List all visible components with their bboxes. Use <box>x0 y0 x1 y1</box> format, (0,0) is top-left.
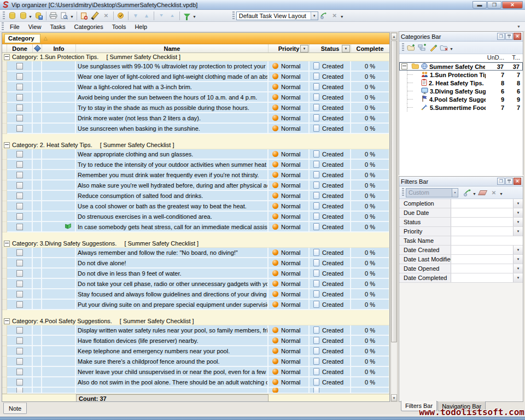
task-row[interactable]: Try to stay in the shade as much as poss… <box>2 103 389 113</box>
apply-filter-icon[interactable] <box>462 188 472 197</box>
panel-pin-icon[interactable] <box>505 33 513 40</box>
move-bottom-icon[interactable]: ⯆ <box>156 11 166 21</box>
status-filter-dropdown-icon[interactable]: ▼ <box>342 45 350 52</box>
column-info[interactable]: Info <box>42 44 76 52</box>
move-down-icon[interactable]: ▼ <box>131 11 141 21</box>
category-tree-item[interactable]: 2. Heat Safety Tips.88 <box>399 79 523 87</box>
scrollbar-thumb[interactable] <box>391 40 397 342</box>
task-name-cell[interactable]: Try to stay in the shade as much as poss… <box>76 103 269 113</box>
panel-restore-icon[interactable]: ❐ <box>497 33 505 40</box>
task-name-cell[interactable]: Do not dive in less than 9 feet of water… <box>76 269 269 279</box>
done-checkbox[interactable] <box>16 224 23 230</box>
filter-value-input[interactable] <box>451 227 513 236</box>
task-name-cell[interactable]: In case somebody gets heat stress, call … <box>76 222 269 232</box>
done-checkbox[interactable] <box>16 301 23 308</box>
task-name-cell[interactable]: Remember you must drink water frequently… <box>76 170 269 180</box>
filter-preset-combobox[interactable]: Custom ▼ <box>406 188 458 197</box>
menu-tasks[interactable]: Tasks <box>45 23 69 31</box>
close-button[interactable]: ✕ <box>502 1 523 9</box>
category-tree-item[interactable]: 4.Pool Safety Suggestions.99 <box>399 95 523 103</box>
category-tree-root[interactable]: Summer Safety Checklist3737 <box>399 62 523 71</box>
filter-icon[interactable] <box>182 11 192 21</box>
done-checkbox[interactable] <box>16 327 23 334</box>
task-name-cell[interactable]: Use sunscreen when basking in the sunshi… <box>76 124 269 134</box>
filter-value-input[interactable] <box>451 255 513 264</box>
category-tree-item[interactable]: 3.Diving Safety Suggestions.66 <box>399 87 523 95</box>
task-name-cell[interactable]: Wear appropriate clothing and sun glasse… <box>76 149 269 160</box>
minimize-button[interactable]: ▬ <box>472 1 487 9</box>
column-name[interactable]: Name <box>76 44 269 52</box>
done-checkbox[interactable] <box>16 260 23 266</box>
edit-category-icon[interactable] <box>428 43 439 52</box>
panel-close-icon[interactable]: ✕ <box>514 33 521 40</box>
collapse-icon[interactable] <box>4 54 10 60</box>
task-name-cell[interactable]: Use sunglasses with 99-100 % ultraviolet… <box>76 61 269 72</box>
task-row[interactable]: Wear one layer of light-colored and ligh… <box>2 72 389 82</box>
clear-filter-icon[interactable] <box>477 188 488 197</box>
open-database-dropdown-icon[interactable]: ▼ <box>28 15 32 19</box>
task-row[interactable]: Always remember and follow the rule: "No… <box>2 248 389 258</box>
done-checkbox[interactable] <box>16 291 23 298</box>
task-name-cell[interactable]: Do not take your cell phase, radio or ot… <box>76 279 269 289</box>
task-name-cell[interactable]: Put your diving suite on and prepare spe… <box>76 300 269 310</box>
collapse-icon[interactable] <box>4 318 10 324</box>
filter-value-input[interactable] <box>451 199 513 208</box>
layout-combobox[interactable]: Default Task View Layout ▼ <box>236 11 318 20</box>
task-row[interactable]: Wear appropriate clothing and sun glasse… <box>2 149 389 160</box>
collapse-icon[interactable] <box>4 142 10 148</box>
task-row[interactable]: Use sunglasses with 99-100 % ultraviolet… <box>2 61 389 72</box>
done-checkbox[interactable] <box>16 94 23 101</box>
edit-task-icon[interactable] <box>90 11 100 21</box>
menu-categories[interactable]: Categories <box>70 23 108 31</box>
done-checkbox[interactable] <box>16 104 23 111</box>
task-row[interactable]: Display written water safety rules near … <box>2 325 389 336</box>
task-name-cell[interactable]: Do not dive alone! <box>76 258 269 269</box>
task-name-cell[interactable]: Use a cool shower or bath as the greates… <box>76 201 269 212</box>
task-row[interactable]: Wear a light-colored hat with a 3-inch b… <box>2 82 389 92</box>
new-subcategory-icon[interactable] <box>417 43 428 52</box>
task-row[interactable]: Also do not swim in the pool alone. Ther… <box>2 377 389 388</box>
task-row[interactable]: Stay focused and always follow guideline… <box>2 289 389 300</box>
category-group-row[interactable]: Category: 2. Heat Safety Tips.[ Summer S… <box>2 141 389 149</box>
task-row[interactable]: Do not take your cell phase, radio or ot… <box>2 279 389 289</box>
grid-vertical-scrollbar[interactable]: ▲ ▼ <box>390 32 398 402</box>
task-row[interactable]: Put your diving suite on and prepare spe… <box>2 300 389 310</box>
done-checkbox[interactable] <box>16 115 23 121</box>
task-name-cell[interactable]: Avoid being under the sun between the ho… <box>76 92 269 103</box>
done-checkbox[interactable] <box>16 249 23 256</box>
filter-dropdown-icon[interactable]: ▼ <box>513 199 523 208</box>
apply-filter-dropdown-icon[interactable]: ▼ <box>472 192 476 196</box>
task-row[interactable]: Have flotation devices (life preserver) … <box>2 336 389 346</box>
category-tree-item[interactable]: 1.Sun Protection Tips.77 <box>399 71 523 79</box>
print-preview-icon[interactable] <box>60 11 69 21</box>
delete-category-icon[interactable] <box>439 43 450 52</box>
task-row[interactable]: Make sure there's a childproof fence aro… <box>2 357 389 367</box>
task-row[interactable]: Avoid being under the sun between the ho… <box>2 92 389 103</box>
layout-dropdown-icon[interactable]: ▼ <box>340 15 344 19</box>
category-group-row[interactable]: Category: 1.Sun Protection Tips.[ Summer… <box>2 53 389 61</box>
filter-preset-dropdown-icon[interactable]: ▼ <box>452 189 458 197</box>
done-checkbox[interactable] <box>16 337 23 344</box>
restore-button[interactable]: ❐ <box>487 1 501 9</box>
done-checkbox[interactable] <box>16 358 23 365</box>
task-name-cell[interactable]: Wear one layer of light-colored and ligh… <box>76 72 269 82</box>
delete-task-icon[interactable]: ✕ <box>101 11 111 21</box>
task-name-cell[interactable]: Stay focused and always follow guideline… <box>76 289 269 300</box>
categories-toolbar-dropdown-icon[interactable]: ▼ <box>450 47 453 51</box>
done-checkbox[interactable] <box>16 379 23 386</box>
move-up-icon[interactable]: ▲ <box>142 11 151 21</box>
filter-value-input[interactable] <box>451 236 523 245</box>
task-name-cell[interactable]: Display written water safety rules near … <box>76 325 269 336</box>
collapse-icon[interactable] <box>4 241 10 247</box>
move-top-icon[interactable]: ⯅ <box>167 11 177 21</box>
task-name-cell[interactable]: Reduce consumption of salted food and dr… <box>76 191 269 201</box>
new-category-icon[interactable] <box>406 43 417 52</box>
scroll-down-icon[interactable]: ▼ <box>391 394 397 401</box>
done-checkbox[interactable] <box>16 73 23 80</box>
menu-help[interactable]: Help <box>130 23 151 31</box>
done-checkbox[interactable] <box>16 388 23 394</box>
done-checkbox[interactable] <box>16 192 23 199</box>
filter-value-input[interactable] <box>451 264 513 273</box>
done-checkbox[interactable] <box>16 151 23 158</box>
done-checkbox[interactable] <box>16 63 23 69</box>
